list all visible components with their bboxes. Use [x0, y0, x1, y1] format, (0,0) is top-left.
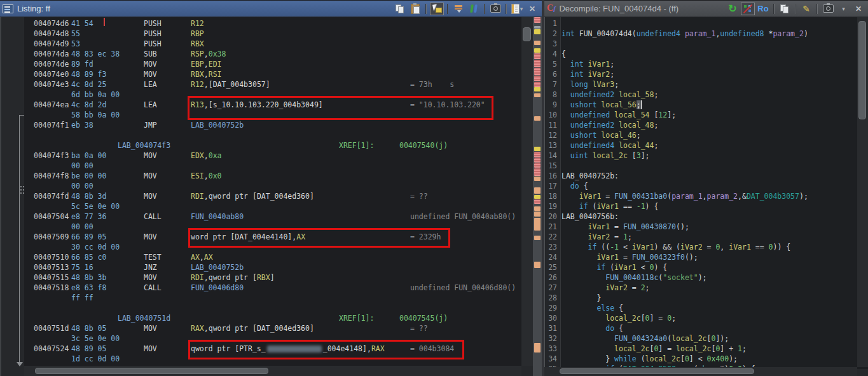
listing-instruction-row[interactable]: 0040752448 89 05MOVqword ptr [PTR_s__004… [24, 344, 521, 354]
listing-instruction-row[interactable]: 0040751d48 8b 05MOVRAX,qword ptr [DAT_00… [24, 323, 521, 333]
listing-instruction-row[interactable]: 004074ea4c 8d 2dLEAR13,[s_10.10.103.220_… [24, 100, 521, 110]
margin-marker-pink[interactable] [534, 82, 541, 87]
margin-marker-yellow[interactable] [534, 48, 541, 53]
copy-icon[interactable] [393, 3, 407, 15]
listing-bytes-row[interactable]: 6d bb 0a 00 [24, 90, 521, 100]
decompile-line[interactable]: 1 [545, 18, 868, 29]
decompile-line[interactable]: 24 iVar1 = FUN_004323f0(); [545, 252, 868, 262]
margin-marker-orange[interactable] [534, 211, 541, 217]
decompile-line[interactable]: 21 iVar1 = FUN_00430870(); [545, 222, 868, 232]
listing-instruction-row[interactable]: 004074e34c 8d 25LEAR12,[DAT_004b3057]= 7… [24, 79, 521, 90]
margin-marker-pink[interactable] [534, 152, 541, 158]
listing-instruction-row[interactable]: 0040751375 16JNZLAB_0040752b [24, 262, 521, 272]
decompile-line[interactable]: 33 local_2c[0] = local_2c[0] + 1; [545, 344, 868, 354]
decompile-line[interactable]: 29 else { [545, 303, 868, 313]
decompile-panel[interactable]: 12int FUN_004074d4(undefined4 param_1,un… [544, 17, 868, 369]
margin-marker-orange[interactable] [534, 93, 541, 97]
listing-header[interactable]: Listing: ff ▾ ✕ [0, 0, 542, 17]
margin-marker-pink[interactable] [534, 68, 541, 75]
listing-bytes-row[interactable]: 3c 5e 0e 00 [24, 333, 521, 344]
listing-instruction-row[interactable]: 004074f8be 00 00MOVESI,0x0 [24, 171, 521, 181]
listing-instruction-row[interactable]: 004074da48 83 ec 38SUBRSP,0x38 [24, 49, 521, 59]
decompile-line[interactable]: 18 iVar1 = FUN_00431ba0(param_1,param_2,… [545, 191, 868, 201]
decompile-line[interactable]: 26 FUN_0040118c("socket"); [545, 272, 868, 283]
decompile-horizontal-scrollbar-thumb[interactable] [560, 368, 754, 374]
listing-content[interactable]: 004074d641 54PUSHR12004074d855PUSHRBP004… [24, 17, 521, 366]
listing-instruction-row[interactable]: 0040750966 89 05MOVword ptr [DAT_004e414… [24, 232, 521, 242]
listing-instruction-row[interactable]: 00407504e8 77 36CALLFUN_0040ab80undefine… [24, 211, 521, 222]
listing-instruction-row[interactable]: 004074e048 89 f3MOVRBX,RSI [24, 69, 521, 79]
cursor-location-icon[interactable] [430, 3, 444, 15]
snapshot-camera-icon[interactable] [488, 3, 502, 15]
listing-bytes-row[interactable]: 30 cc 0d 00 [24, 242, 521, 252]
listing-label-row[interactable]: LAB_0040751dXREF[1]:00407545(j) [24, 313, 521, 323]
decompile-line[interactable]: 22 iVar2 = 1; [545, 232, 868, 242]
listing-bytes-row[interactable]: 00 00 [24, 181, 521, 191]
close-icon[interactable]: ✕ [525, 3, 539, 15]
reorder-ro-icon[interactable]: Ro [756, 3, 770, 15]
margin-marker-pink[interactable] [534, 53, 541, 59]
decompile-line[interactable]: 8 undefined2 local_58; [545, 90, 868, 100]
close-icon[interactable]: ✕ [851, 3, 865, 15]
decompile-line[interactable]: 3 [545, 39, 868, 49]
margin-marker-orange[interactable] [534, 206, 541, 211]
listing-instruction-row[interactable]: 0040751066 85 c0TESTAX,AX [24, 252, 521, 262]
decompile-vertical-scrollbar[interactable] [857, 17, 868, 367]
decompile-line[interactable]: 16LAB_0040752b: [545, 171, 868, 181]
margin-marker-gray[interactable] [534, 26, 541, 29]
margin-marker-orange[interactable] [534, 116, 541, 121]
margin-marker-orange[interactable] [534, 218, 541, 231]
decompile-line[interactable]: 34 } while (local_2c[0] < 0x400); [545, 354, 868, 364]
no-graph-icon[interactable] [741, 3, 755, 15]
decompile-line[interactable]: 20LAB_0040756b: [545, 211, 868, 222]
diff-view-icon[interactable] [467, 3, 481, 15]
margin-marker-orange[interactable] [534, 236, 541, 240]
margin-marker-pink[interactable] [534, 76, 541, 81]
decompile-line[interactable]: 27 iVar2 = 2; [545, 283, 868, 293]
listing-bytes-row[interactable]: 00 00 [24, 222, 521, 232]
decompile-line[interactable]: 6 int iVar2; [545, 69, 868, 79]
chevron-down-icon[interactable]: ▾ [836, 3, 850, 15]
decompile-line[interactable]: 31 do { [545, 323, 868, 333]
margin-marker-yellow[interactable] [534, 29, 541, 34]
listing-instruction-row[interactable]: 004074f3ba 0a 00MOVEDX,0xa [24, 151, 521, 161]
listing-instruction-row[interactable]: 004074d953PUSHRBX [24, 39, 521, 49]
decompile-line[interactable]: 12 ushort local_46; [545, 130, 868, 140]
listing-instruction-row[interactable]: 004074d855PUSHRBP [24, 29, 521, 39]
listing-bytes-row[interactable]: 5c 5e 0e 00 [24, 201, 521, 211]
listing-instruction-row[interactable]: 004074d641 54PUSHR12 [24, 18, 521, 29]
listing-instruction-row[interactable]: 004074fd48 8b 3dMOVRDI,qword ptr [DAT_00… [24, 191, 521, 201]
edit-pencil-icon[interactable]: ✎ [799, 3, 813, 15]
decompile-line[interactable]: 7 long lVar3; [545, 79, 868, 90]
decompile-line[interactable]: 15 [545, 161, 868, 171]
decompile-line[interactable]: 25 if (iVar1 < 0) { [545, 262, 868, 272]
margin-marker-yellow[interactable] [534, 87, 541, 91]
margin-marker-pink[interactable] [534, 158, 541, 163]
decompile-line[interactable]: 30 local_2c[0] = 0; [545, 313, 868, 323]
margin-marker-yellow[interactable] [534, 195, 541, 199]
decompile-line[interactable]: 5 int iVar1; [545, 59, 868, 69]
listing-instruction-row[interactable]: 00407518e8 63 f8CALLFUN_00406d80undefine… [24, 283, 521, 293]
decompile-line[interactable]: 10 undefined local_54 [12]; [545, 110, 868, 120]
margin-marker-orange[interactable] [534, 177, 541, 181]
marker-margin[interactable] [533, 17, 542, 376]
decompile-line[interactable]: 19 if (iVar1 == -1) { [545, 201, 868, 211]
listing-bytes-row[interactable]: 58 bb 0a 00 [24, 110, 521, 120]
margin-marker-orange[interactable] [534, 343, 541, 352]
decompile-header[interactable]: Cf Decompile: FUN_004074d4 - (ff) ↻ Ro ✎… [544, 0, 868, 17]
decompile-line[interactable]: 9 ushort local_56; [545, 100, 868, 110]
listing-bytes-row[interactable]: 00 00 [24, 161, 521, 171]
listing-horizontal-scrollbar[interactable] [24, 366, 521, 376]
listing-bytes-row[interactable]: 1d cc 0d 00 [24, 354, 521, 364]
margin-marker-yellow[interactable] [534, 147, 541, 151]
snapshot-camera-icon[interactable] [821, 3, 835, 15]
decompile-line[interactable]: 17 do { [545, 181, 868, 191]
margin-marker-pink[interactable] [534, 168, 541, 176]
margin-marker-pink[interactable] [534, 163, 541, 168]
listing-vertical-scrollbar-thumb[interactable] [523, 27, 531, 41]
listing-bytes-row[interactable]: ff ff [24, 293, 521, 303]
margin-marker-pink[interactable] [534, 17, 541, 23]
listing-instruction-row[interactable]: 004074de89 fdMOVEBP,EDI [24, 59, 521, 69]
margin-marker-orange[interactable] [534, 41, 541, 45]
margin-marker-pink[interactable] [534, 199, 541, 204]
